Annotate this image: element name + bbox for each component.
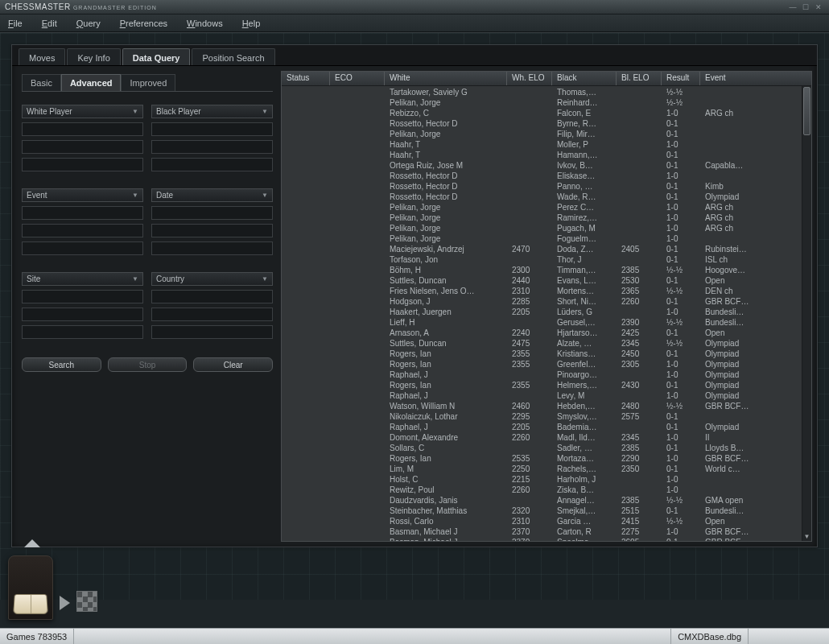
filter-event-input-2[interactable] [22, 242, 143, 255]
table-row[interactable]: Nikolaiczuk, Lothar2295Smyslov,…25750-1 [282, 412, 811, 423]
table-row[interactable]: Lieff, HGerusel,…2390½-½Bundesli… [282, 318, 811, 328]
subtab-basic[interactable]: Basic [22, 74, 61, 91]
table-row[interactable]: Raphael, JLevy, M1-0Olympiad [282, 391, 811, 402]
maximize-icon[interactable]: ☐ [800, 2, 811, 12]
scroll-down-icon[interactable]: ▼ [802, 531, 811, 541]
table-row[interactable]: Daudzvardis, JanisAnnagel…2385½-½GMA ope… [282, 496, 811, 506]
table-row[interactable]: Haakert, Juergen2205Lüders, G1-0Bundesli… [282, 308, 811, 318]
filter-white-player-dropdown[interactable]: White Player▼ [22, 105, 143, 118]
board-icon[interactable] [76, 591, 97, 612]
table-row[interactable]: Holst, C2215Harholm, J1-0 [282, 475, 811, 485]
filter-country-input-0[interactable] [151, 290, 273, 303]
tab-moves[interactable]: Moves [19, 48, 65, 65]
filter-country-dropdown[interactable]: Country▼ [151, 272, 273, 286]
table-row[interactable]: Basman, Michael J2370Speelma…26050-1GBR … [282, 538, 811, 541]
table-row[interactable]: Rogers, Ian2355Greenfel…23051-0Olympiad [282, 360, 811, 370]
table-row[interactable]: Rossi, Carlo2310Garcia …2415½-½Open [282, 517, 811, 527]
filter-date-input-0[interactable] [151, 206, 273, 220]
table-row[interactable]: Basman, Michael J2370Carton, R22751-0GBR… [282, 527, 811, 538]
col-event[interactable]: Event [700, 72, 802, 85]
table-row[interactable]: Sollars, CSadler, …23850-1Lloyds B… [282, 444, 811, 454]
menu-windows[interactable]: Windows [187, 19, 223, 28]
table-row[interactable]: Torfason, JonThor, J0-1ISL ch [282, 255, 811, 266]
filter-country-input-1[interactable] [151, 308, 273, 321]
menu-preferences[interactable]: Preferences [120, 19, 167, 28]
table-row[interactable]: Ortega Ruiz, Jose MIvkov, B…0-1Capabla… [282, 161, 811, 171]
close-icon[interactable]: ✕ [813, 2, 824, 12]
table-row[interactable]: Raphael, J2205Bademia…0-1Olympiad [282, 423, 811, 433]
table-row[interactable]: Pelikan, JorgeReinhard…½-½ [282, 98, 811, 109]
filter-black-player-dropdown[interactable]: Black Player▼ [151, 105, 273, 118]
table-row[interactable]: Rossetto, Hector DByrne, R…0-1 [282, 119, 811, 130]
table-row[interactable]: Rogers, Ian2355Helmers,…24300-1Olympiad [282, 381, 811, 391]
table-row[interactable]: Pelikan, JorgePugach, M1-0ARG ch [282, 224, 811, 234]
tab-key-info[interactable]: Key Info [67, 48, 120, 65]
tab-position-search[interactable]: Position Search [192, 48, 274, 65]
filter-date-input-1[interactable] [151, 224, 273, 237]
filter-black-player-input-1[interactable] [151, 140, 273, 154]
table-row[interactable]: Fries Nielsen, Jens O…2310Mortens…2365½-… [282, 287, 811, 297]
filter-country-input-2[interactable] [151, 325, 273, 339]
filter-white-player-input-1[interactable] [22, 140, 143, 154]
table-row[interactable]: Watson, William N2460Hebden,…2480½-½GBR … [282, 402, 811, 412]
table-row[interactable]: Lim, M2250Rachels,…23500-1World c… [282, 464, 811, 475]
tab-data-query[interactable]: Data Query [122, 48, 191, 65]
play-icon[interactable] [60, 596, 70, 610]
menu-edit[interactable]: Edit [42, 19, 57, 28]
table-row[interactable]: Suttles, Duncan2440Evans, L…25300-1Open [282, 276, 811, 287]
filter-white-player-input-0[interactable] [22, 122, 143, 136]
col-eco[interactable]: ECO [330, 72, 385, 85]
filter-site-input-2[interactable] [22, 325, 143, 339]
tray-expand-icon[interactable] [24, 539, 40, 547]
table-row[interactable]: Böhm, H2300Timman,…2385½-½Hoogove… [282, 266, 811, 276]
table-row[interactable]: Suttles, Duncan2475Alzate, …2345½-½Olymp… [282, 339, 811, 349]
filter-event-input-0[interactable] [22, 206, 143, 220]
table-row[interactable]: Pelikan, JorgeRamirez,…1-0ARG ch [282, 213, 811, 224]
table-row[interactable]: Domont, Alexandre2260Madl, Ild…23451-0II [282, 433, 811, 444]
scrollbar[interactable]: ▲ ▼ [802, 86, 811, 541]
search-button[interactable]: Search [22, 357, 101, 372]
clear-button[interactable]: Clear [193, 357, 273, 372]
col-result[interactable]: Result [662, 72, 700, 85]
subtab-improved[interactable]: Improved [121, 74, 175, 91]
minimize-icon[interactable]: — [787, 2, 798, 12]
table-row[interactable]: Haahr, THamann,…0-1 [282, 151, 811, 161]
filter-white-player-input-2[interactable] [22, 158, 143, 171]
table-row[interactable]: Pelikan, JorgeFoguelm…1-0 [282, 234, 811, 245]
table-row[interactable]: Pelikan, JorgePerez C…1-0ARG ch [282, 203, 811, 213]
table-row[interactable]: Rossetto, Hector DPanno, …0-1Kimb [282, 182, 811, 192]
table-row[interactable]: Rossetto, Hector DEliskase…1-0 [282, 171, 811, 182]
filter-event-input-1[interactable] [22, 224, 143, 237]
filter-event-dropdown[interactable]: Event▼ [22, 188, 143, 202]
filter-date-dropdown[interactable]: Date▼ [151, 188, 273, 202]
table-row[interactable]: Rogers, Ian2535Mortaza…22901-0GBR BCF… [282, 454, 811, 464]
filter-site-input-1[interactable] [22, 308, 143, 321]
table-row[interactable]: Rossetto, Hector DWade, R…0-1Olympiad [282, 192, 811, 203]
scroll-thumb[interactable] [803, 87, 810, 135]
table-row[interactable]: Haahr, TMoller, P1-0 [282, 140, 811, 151]
filter-site-input-0[interactable] [22, 290, 143, 303]
menu-help[interactable]: Help [242, 19, 261, 28]
subtab-advanced[interactable]: Advanced [61, 74, 122, 91]
filter-site-dropdown[interactable]: Site▼ [22, 272, 143, 286]
table-row[interactable]: Rogers, Ian2355Kristians…24500-1Olympiad [282, 349, 811, 360]
table-row[interactable]: Maciejewski, Andrzej2470Doda, Z…24050-1R… [282, 245, 811, 255]
col-black[interactable]: Black [552, 72, 617, 85]
table-row[interactable]: Raphael, JPinoargo…1-0Olympiad [282, 370, 811, 381]
table-row[interactable]: Steinbacher, Matthias2320Smejkal,…25150-… [282, 506, 811, 517]
menu-file[interactable]: File [8, 19, 23, 28]
table-row[interactable]: Rebizzo, CFalcon, E1-0ARG ch [282, 109, 811, 119]
table-row[interactable]: Hodgson, J2285Short, Ni…22600-1GBR BCF… [282, 297, 811, 308]
col-status[interactable]: Status [282, 72, 330, 85]
filter-black-player-input-0[interactable] [151, 122, 273, 136]
table-row[interactable]: Rewitz, Poul2260Ziska, B…1-0 [282, 485, 811, 496]
col-wh-elo[interactable]: Wh. ELO [507, 72, 552, 85]
table-row[interactable]: Pelikan, JorgeFilip, Mir…0-1 [282, 130, 811, 140]
filter-black-player-input-2[interactable] [151, 158, 273, 171]
stop-button[interactable]: Stop [108, 357, 188, 372]
book-tray-slot[interactable] [8, 555, 53, 620]
menu-query[interactable]: Query [76, 19, 101, 28]
filter-date-input-2[interactable] [151, 242, 273, 255]
table-row[interactable]: Tartakower, Saviely GThomas,…½-½ [282, 88, 811, 98]
col-bl-elo[interactable]: Bl. ELO [617, 72, 662, 85]
